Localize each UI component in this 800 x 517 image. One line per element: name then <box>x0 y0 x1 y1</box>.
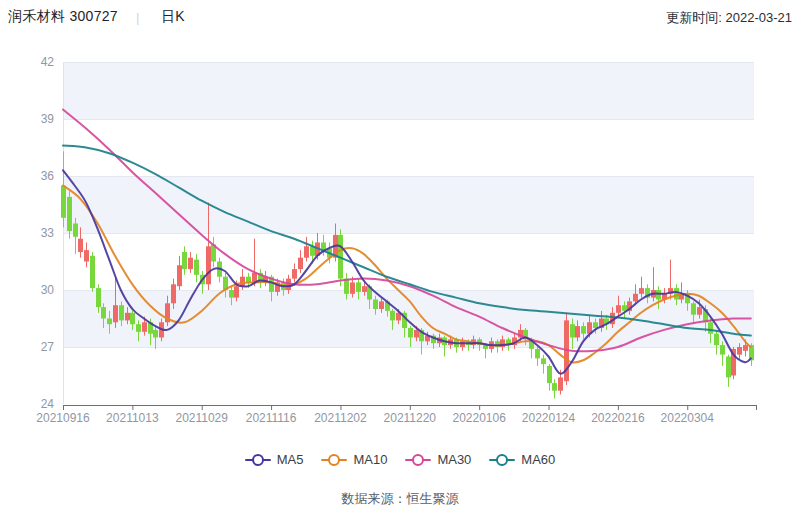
candle[interactable] <box>240 277 245 287</box>
candle[interactable] <box>153 330 158 338</box>
plot-band <box>63 62 754 119</box>
x-axis-label: 20211220 <box>384 411 437 425</box>
legend-line-circle-icon <box>321 454 347 466</box>
x-axis-label: 20220304 <box>661 411 715 425</box>
x-axis-label: 20220216 <box>591 411 645 425</box>
candle[interactable] <box>483 345 488 349</box>
x-axis-label: 20220124 <box>522 411 576 425</box>
candle[interactable] <box>96 288 101 307</box>
candle[interactable] <box>581 326 586 334</box>
candle[interactable] <box>593 322 598 328</box>
candle[interactable] <box>298 258 303 269</box>
candle[interactable] <box>113 305 118 322</box>
y-axis-label: 27 <box>41 340 55 354</box>
candle[interactable] <box>373 300 378 310</box>
candle[interactable] <box>691 303 696 314</box>
candle[interactable] <box>101 307 106 318</box>
candle[interactable] <box>379 301 384 309</box>
candle[interactable] <box>570 324 575 337</box>
candle[interactable] <box>743 345 748 351</box>
kline-window: 润禾材料 300727 | 日K 更新时间: 2022-03-21 242730… <box>0 0 800 517</box>
candle[interactable] <box>171 284 176 303</box>
candle[interactable] <box>541 358 546 364</box>
candle[interactable] <box>304 246 309 257</box>
candle[interactable] <box>552 383 557 391</box>
legend-label: MA30 <box>437 452 471 467</box>
candle[interactable] <box>119 305 124 320</box>
x-axis-label: 20210916 <box>36 411 90 425</box>
x-axis-label: 20211202 <box>314 411 367 425</box>
legend-label: MA60 <box>521 452 555 467</box>
candle[interactable] <box>67 197 72 231</box>
candle[interactable] <box>292 269 297 279</box>
candle[interactable] <box>697 307 702 315</box>
legend-line-circle-icon <box>405 454 431 466</box>
candle[interactable] <box>73 224 78 237</box>
legend-item-ma5[interactable]: MA5 <box>245 452 304 467</box>
data-source: 数据来源：恒生聚源 <box>0 490 800 508</box>
candle[interactable] <box>90 256 95 288</box>
x-axis-label: 20211013 <box>106 411 159 425</box>
legend-label: MA5 <box>277 452 304 467</box>
candle[interactable] <box>350 282 355 293</box>
candle[interactable] <box>194 260 199 275</box>
candle[interactable] <box>125 313 130 321</box>
y-axis-label: 36 <box>41 169 55 183</box>
kline-chart[interactable]: 2427303336394220210916202110132021102920… <box>0 0 800 440</box>
candle[interactable] <box>177 265 182 286</box>
legend-item-ma30[interactable]: MA30 <box>405 452 471 467</box>
legend-line-circle-icon <box>489 454 515 466</box>
candle[interactable] <box>188 258 193 269</box>
candle[interactable] <box>362 286 367 292</box>
candle[interactable] <box>107 319 112 325</box>
candle[interactable] <box>535 349 540 359</box>
candle[interactable] <box>414 330 419 338</box>
candle[interactable] <box>142 322 147 332</box>
candle[interactable] <box>234 286 239 297</box>
y-axis-label: 39 <box>41 112 55 126</box>
legend-line-circle-icon <box>245 454 271 466</box>
candle[interactable] <box>720 345 725 355</box>
y-axis-label: 33 <box>41 226 55 240</box>
candle[interactable] <box>356 282 361 292</box>
candle[interactable] <box>633 294 638 302</box>
candle[interactable] <box>229 290 234 298</box>
candle[interactable] <box>136 324 141 332</box>
chart-legend: MA5MA10MA30MA60 <box>0 452 800 467</box>
candle[interactable] <box>575 326 580 337</box>
candle[interactable] <box>84 250 89 261</box>
candle[interactable] <box>558 377 563 390</box>
x-axis-label: 20220106 <box>452 411 506 425</box>
legend-label: MA10 <box>353 452 387 467</box>
y-axis-label: 24 <box>41 397 55 411</box>
candle[interactable] <box>639 288 644 294</box>
y-axis-label: 30 <box>41 283 55 297</box>
candle[interactable] <box>61 186 66 218</box>
x-axis-label: 20211116 <box>246 411 297 425</box>
candle[interactable] <box>656 290 661 300</box>
y-axis-label: 42 <box>41 55 55 69</box>
candle[interactable] <box>408 328 413 338</box>
candle[interactable] <box>206 246 211 284</box>
x-axis-label: 20211029 <box>175 411 228 425</box>
candle[interactable] <box>616 305 621 313</box>
candle[interactable] <box>547 366 552 383</box>
candle[interactable] <box>78 239 83 252</box>
legend-item-ma10[interactable]: MA10 <box>321 452 387 467</box>
candle[interactable] <box>130 313 135 324</box>
candle[interactable] <box>737 347 742 355</box>
candle[interactable] <box>390 311 395 321</box>
candle[interactable] <box>726 357 731 378</box>
candle[interactable] <box>714 334 719 345</box>
candle[interactable] <box>708 322 713 333</box>
candle[interactable] <box>182 252 187 269</box>
candle[interactable] <box>674 288 679 299</box>
legend-item-ma60[interactable]: MA60 <box>489 452 555 467</box>
